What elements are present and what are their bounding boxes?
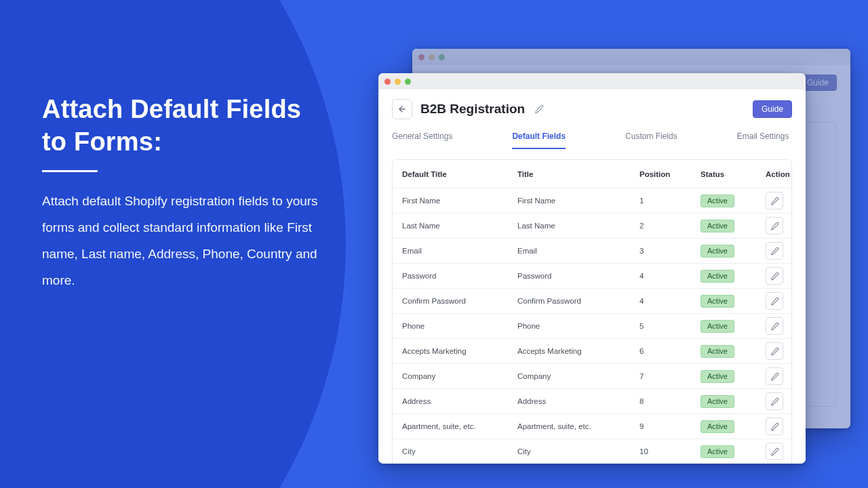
status-badge: Active [701,370,734,383]
cell-default-title: Last Name [402,222,517,230]
cell-default-title: Confirm Password [402,297,517,305]
table-row: Last NameLast Name2Active [393,214,791,239]
cell-position: 4 [639,297,701,305]
cell-title: Address [517,397,639,405]
tab-default-fields[interactable]: Default Fields [512,127,566,149]
cell-status: Active [701,195,766,207]
pencil-icon [770,397,779,406]
cell-title: Company [517,372,639,380]
edit-row-button[interactable] [766,217,783,235]
cell-title: City [517,447,639,455]
status-badge: Active [701,295,734,308]
pencil-icon [770,322,779,331]
status-badge: Active [701,445,734,458]
cell-status: Active [701,220,766,232]
cell-status: Active [701,445,766,458]
edit-row-button[interactable] [766,342,783,360]
cell-position: 7 [639,372,701,380]
pencil-icon [770,422,779,431]
tab-general-settings[interactable]: General Settings [392,127,452,148]
traffic-light-minimize-icon[interactable] [395,79,401,85]
table-row: EmailEmail3Active [393,239,791,264]
table-row: AddressAddress8Active [393,389,791,414]
cell-title: Password [517,272,639,280]
cell-title: Apartment, suite, etc. [517,422,639,430]
traffic-light-zoom-icon[interactable] [439,54,445,60]
cell-default-title: Email [402,247,517,255]
cell-default-title: Company [402,372,517,380]
cell-status: Active [701,345,766,358]
cell-default-title: Accepts Marketing [402,347,517,355]
cell-status: Active [701,395,766,408]
col-header-title: Title [517,170,639,178]
cell-title: Email [517,247,639,255]
pencil-icon[interactable] [534,104,544,114]
fields-table: Default Title Title Position Status Acti… [392,159,792,464]
marketing-heading: Attach Default Fields to Forms: [42,94,327,158]
table-row: PasswordPassword4Active [393,264,791,289]
status-badge: Active [701,245,734,258]
cell-default-title: First Name [402,197,517,205]
pencil-icon [770,347,779,356]
edit-row-button[interactable] [766,367,783,385]
edit-row-button[interactable] [766,418,783,435]
cell-default-title: Phone [402,322,517,330]
marketing-body: Attach default Shopify registration fiel… [42,188,327,294]
traffic-light-zoom-icon[interactable] [405,79,411,85]
cell-default-title: Password [402,272,517,280]
back-button[interactable] [392,99,412,119]
edit-row-button[interactable] [766,317,783,335]
edit-row-button[interactable] [766,192,783,209]
tab-bar: General Settings Default Fields Custom F… [392,126,792,148]
table-row: CompanyCompany7Active [393,364,791,389]
col-header-position: Position [639,170,701,178]
edit-row-button[interactable] [766,392,783,410]
cell-status: Active [701,420,766,433]
edit-row-button[interactable] [766,242,783,260]
edit-row-button[interactable] [766,443,783,460]
status-badge: Active [701,195,734,207]
cell-position: 5 [639,322,701,330]
table-row: Accepts MarketingAccepts Marketing6Activ… [393,339,791,364]
cell-position: 1 [639,197,701,205]
status-badge: Active [701,420,734,433]
cell-position: 10 [639,447,701,455]
table-row: First NameFirst Name1Active [393,188,791,214]
pencil-icon [770,297,779,306]
status-badge: Active [701,220,734,232]
cell-position: 8 [639,397,701,405]
edit-row-button[interactable] [766,292,783,310]
cell-default-title: Address [402,397,517,405]
table-header-row: Default Title Title Position Status Acti… [393,160,791,188]
window-titlebar [412,49,850,65]
cell-status: Active [701,295,766,308]
heading-underline [42,170,98,172]
table-row: CityCity10Active [393,439,791,464]
col-header-default-title: Default Title [402,170,517,178]
cell-default-title: Apartment, suite, etc. [402,422,517,430]
pencil-icon [770,272,779,281]
app-window: B2B Registration Guide General Settings … [378,73,806,464]
tab-email-settings[interactable]: Email Settings [737,127,789,148]
window-titlebar [378,73,806,89]
pencil-icon [770,222,779,230]
edit-row-button[interactable] [766,267,783,285]
traffic-light-minimize-icon[interactable] [429,54,435,60]
cell-position: 2 [639,222,701,230]
cell-status: Active [701,270,766,283]
cell-default-title: City [402,447,517,455]
table-row: Apartment, suite, etc.Apartment, suite, … [393,414,791,439]
table-row: PhonePhone5Active [393,314,791,339]
col-header-status: Status [701,170,766,178]
cell-position: 6 [639,347,701,355]
cell-status: Active [701,370,766,383]
status-badge: Active [701,345,734,358]
tab-custom-fields[interactable]: Custom Fields [625,127,677,148]
pencil-icon [770,447,779,456]
cell-position: 4 [639,272,701,280]
traffic-light-close-icon[interactable] [384,79,391,85]
traffic-light-close-icon[interactable] [418,54,425,60]
pencil-icon [770,372,779,381]
guide-button[interactable]: Guide [753,100,792,118]
status-badge: Active [701,320,734,333]
